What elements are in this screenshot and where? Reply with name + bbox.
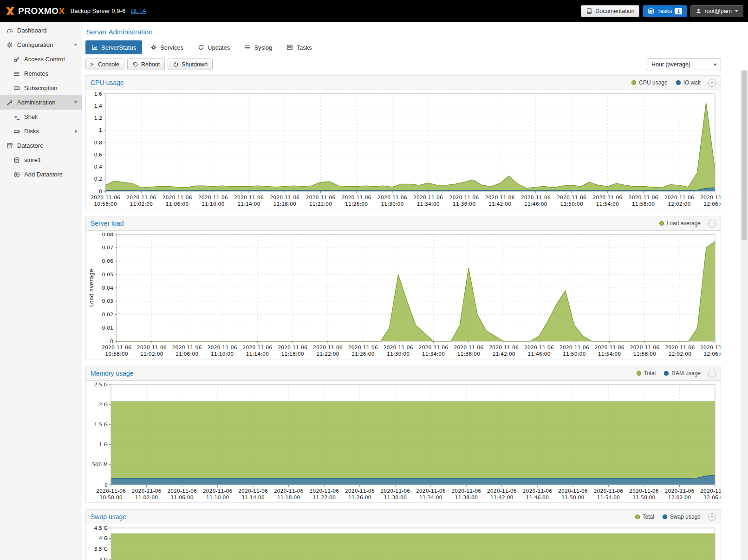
- svg-text:4.5 G: 4.5 G: [94, 525, 108, 531]
- cpu-usage-chart: 00.20.40.60.811.21.41.62020-11-0610:58:0…: [86, 90, 721, 209]
- svg-text:0.02: 0.02: [102, 312, 114, 318]
- svg-text:11:18:00: 11:18:00: [273, 201, 296, 207]
- chart-legend: CPU usage IO wait: [631, 79, 701, 86]
- svg-text:11:06:00: 11:06:00: [170, 495, 193, 501]
- svg-text:2020-11-06: 2020-11-06: [557, 195, 586, 201]
- tab-services[interactable]: Services: [144, 40, 189, 54]
- svg-text:2020-11-06: 2020-11-06: [521, 195, 551, 201]
- svg-text:11:50:00: 11:50:00: [563, 351, 585, 357]
- svg-text:2020-11-06: 2020-11-06: [665, 345, 695, 351]
- svg-text:11:26:00: 11:26:00: [348, 495, 371, 501]
- logo-text: PROXMOX: [18, 6, 65, 16]
- svg-text:11:02:00: 11:02:00: [135, 495, 158, 501]
- legend-item: Total: [635, 514, 654, 520]
- panel-collapse-icon[interactable]: −: [708, 370, 716, 378]
- tab-bar: ServerStatus Services Updates Syslog: [85, 40, 721, 54]
- plus-circle-icon: [13, 171, 20, 178]
- svg-text:2020-11-06: 2020-11-06: [489, 345, 519, 351]
- legend-item: Load average: [659, 220, 701, 227]
- svg-text:1.2: 1.2: [94, 115, 103, 121]
- svg-text:11:38:00: 11:38:00: [457, 351, 480, 357]
- list-alt-icon: [286, 44, 293, 51]
- svg-text:0: 0: [104, 482, 108, 488]
- svg-text:2020-11-06: 2020-11-06: [454, 345, 483, 351]
- svg-text:0.03: 0.03: [102, 298, 114, 304]
- svg-text:11:22:00: 11:22:00: [316, 351, 339, 357]
- gears-icon: [6, 42, 13, 48]
- svg-text:2020-11-06: 2020-11-06: [451, 488, 481, 494]
- tasks-icon: [648, 8, 654, 14]
- user-menu-button[interactable]: root@pam: [690, 5, 743, 17]
- svg-text:0.4: 0.4: [94, 164, 103, 170]
- documentation-button[interactable]: Documentation: [581, 5, 639, 17]
- sidebar-item-add-datastore[interactable]: Add Datastore: [0, 167, 82, 182]
- svg-text:2020-11-06: 2020-11-06: [198, 195, 228, 201]
- sidebar-item-remotes[interactable]: Remotes: [0, 66, 82, 81]
- svg-text:2020-11-06: 2020-11-06: [413, 195, 443, 201]
- svg-text:11:34:00: 11:34:00: [419, 495, 442, 501]
- svg-text:2020-11-06: 2020-11-06: [342, 195, 371, 201]
- sidebar-item-dashboard[interactable]: Dashboard: [0, 23, 82, 38]
- svg-text:0.06: 0.06: [102, 258, 114, 264]
- scrollbar-thumb[interactable]: [741, 71, 747, 240]
- server-load-chart: Load average00.010.020.030.040.050.060.0…: [86, 231, 721, 359]
- shutdown-button[interactable]: Shutdown: [168, 59, 213, 70]
- panel-collapse-icon[interactable]: −: [708, 220, 716, 228]
- svg-text:11:54:00: 11:54:00: [596, 201, 619, 207]
- panel-header: Memory usage Total RAM usage −: [86, 366, 721, 381]
- sidebar-item-subscription[interactable]: Subscription: [0, 81, 82, 95]
- status-toolbar: >_ Console Reboot Shutdown Hour (average…: [85, 59, 721, 75]
- sidebar-item-shell[interactable]: >_ Shell: [0, 110, 82, 124]
- svg-text:12:02:00: 12:02:00: [668, 495, 691, 501]
- tab-updates[interactable]: Updates: [192, 40, 236, 54]
- svg-text:2020-11-06: 2020-11-06: [559, 345, 589, 351]
- sidebar-item-administration[interactable]: Administration: [0, 95, 82, 110]
- svg-text:11:26:00: 11:26:00: [345, 201, 368, 207]
- legend-dot: [631, 80, 636, 85]
- panel-header: CPU usage CPU usage IO wait −: [86, 76, 721, 90]
- sidebar-item-store1[interactable]: store1: [0, 153, 82, 167]
- user-icon: [696, 8, 702, 14]
- svg-text:11:06:00: 11:06:00: [166, 201, 189, 207]
- tab-syslog[interactable]: Syslog: [238, 40, 278, 54]
- terminal-icon: >_: [91, 62, 95, 67]
- tab-tasks[interactable]: Tasks: [280, 40, 318, 54]
- reboot-button[interactable]: Reboot: [127, 59, 165, 70]
- legend-dot: [664, 371, 669, 376]
- sidebar-item-datastore[interactable]: Datastore: [0, 138, 82, 153]
- svg-text:2020-11-06: 2020-11-06: [524, 345, 554, 351]
- panel-collapse-icon[interactable]: −: [708, 79, 716, 87]
- svg-text:12:06:00: 12:06:00: [703, 351, 721, 357]
- database-icon: [13, 157, 20, 163]
- svg-text:11:46:00: 11:46:00: [524, 201, 547, 207]
- hdd-icon: [13, 128, 20, 135]
- svg-text:2020-11-06: 2020-11-06: [242, 345, 272, 351]
- svg-text:2020-11-06: 2020-11-06: [208, 345, 237, 351]
- svg-text:0.01: 0.01: [102, 325, 114, 331]
- sidebar-item-disks[interactable]: Disks: [0, 124, 82, 138]
- time-range-select[interactable]: Hour (average): [647, 59, 721, 70]
- header-actions: Documentation Tasks 1 root@pam: [581, 5, 743, 17]
- svg-text:2020-11-06: 2020-11-06: [377, 195, 407, 201]
- undo-icon: [132, 61, 138, 67]
- tab-serverstatus[interactable]: ServerStatus: [85, 40, 142, 54]
- sidebar-item-access-control[interactable]: Access Control: [0, 52, 82, 66]
- svg-text:2020-11-06: 2020-11-06: [418, 345, 448, 351]
- sidebar-item-configuration[interactable]: Configuration: [0, 38, 82, 52]
- main-content: Server Administration ServerStatus Servi…: [82, 22, 748, 560]
- svg-text:2020-11-06: 2020-11-06: [700, 488, 721, 494]
- svg-text:1: 1: [99, 127, 102, 133]
- beta-link[interactable]: BETA: [131, 7, 146, 14]
- svg-text:2020-11-06: 2020-11-06: [313, 345, 343, 351]
- console-button[interactable]: >_ Console: [85, 59, 124, 70]
- svg-text:2020-11-06: 2020-11-06: [558, 488, 588, 494]
- tasks-button[interactable]: Tasks 1: [643, 5, 687, 17]
- svg-text:2020-11-06: 2020-11-06: [345, 488, 375, 494]
- panel-collapse-icon[interactable]: −: [708, 513, 716, 521]
- svg-text:4 G: 4 G: [99, 535, 108, 541]
- svg-text:2020-11-06: 2020-11-06: [172, 345, 202, 351]
- legend-item: Total: [637, 370, 656, 377]
- terminal-icon: >_: [13, 114, 20, 119]
- svg-text:11:42:00: 11:42:00: [492, 351, 515, 357]
- vertical-scrollbar[interactable]: [741, 70, 748, 560]
